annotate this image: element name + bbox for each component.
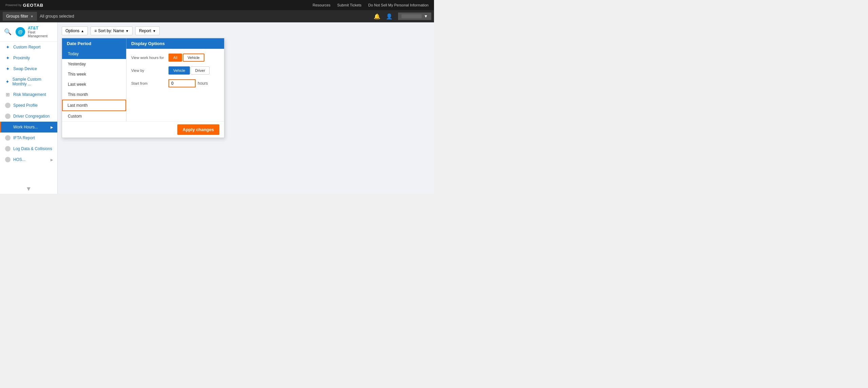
display-options-column: View work hours for All Vehicle View by …: [126, 49, 224, 121]
ifta-icon: [5, 135, 11, 141]
sidebar-item-label: Sample Custom Monthly ...: [12, 77, 53, 86]
date-item-this-week[interactable]: This week: [62, 69, 126, 79]
report-arrow-icon: ▼: [153, 29, 156, 33]
sidebar-item-risk-management[interactable]: ⊞ Risk Management: [0, 89, 57, 100]
options-arrow-icon: ▲: [81, 29, 84, 33]
sidebar: 🔍 @ AT&T Fleet Management ✦ Custom Repor…: [0, 22, 58, 194]
options-panel-footer: Apply changes: [62, 121, 224, 138]
work-hours-chevron-icon: ▶: [51, 125, 53, 129]
resources-link[interactable]: Resources: [313, 3, 331, 7]
sidebar-logo-text: AT&T Fleet Management: [28, 26, 53, 38]
date-period-header: Date Period: [62, 38, 126, 49]
driver-icon: [5, 114, 11, 119]
groups-bar: Groups filter ▼ All groups selected 🔔 👤 …: [0, 10, 434, 22]
view-work-hours-vehicle-btn[interactable]: Vehicle: [183, 54, 204, 62]
groups-filter-label: Groups filter: [6, 14, 28, 19]
sidebar-item-sample-custom[interactable]: ✦ Sample Custom Monthly ...: [0, 74, 57, 89]
bell-icon[interactable]: 🔔: [374, 13, 380, 20]
date-item-last-week[interactable]: Last week: [62, 79, 126, 89]
submit-tickets-link[interactable]: Submit Tickets: [337, 3, 362, 7]
sidebar-item-hos[interactable]: HOS... ▶: [0, 154, 57, 165]
all-groups-text: All groups selected: [40, 14, 74, 19]
date-item-today[interactable]: Today: [62, 49, 126, 59]
options-button[interactable]: Options ▲: [62, 26, 88, 35]
view-work-hours-label: View work hours for: [131, 56, 165, 60]
sort-button[interactable]: ≡ Sort by: Name ▼: [91, 26, 133, 35]
sidebar-item-driver-congregation[interactable]: Driver Congregation: [0, 111, 57, 122]
date-item-last-month[interactable]: Last month: [62, 100, 126, 111]
options-panel: Date Period Display Options Today Yester…: [62, 38, 224, 138]
view-work-hours-all-btn[interactable]: All: [169, 54, 182, 62]
speed-profile-icon: [5, 103, 11, 108]
sidebar-item-label: Swap Device: [13, 66, 37, 71]
toolbar: Options ▲ ≡ Sort by: Name ▼ Report ▼: [62, 26, 430, 35]
view-work-hours-btn-group: All Vehicle: [169, 54, 204, 62]
sidebar-item-label: Work Hours...: [13, 125, 38, 129]
sidebar-scroll-down[interactable]: ▼: [0, 184, 57, 194]
apply-changes-button[interactable]: Apply changes: [177, 124, 219, 135]
main-layout: 🔍 @ AT&T Fleet Management ✦ Custom Repor…: [0, 22, 434, 194]
start-from-input[interactable]: [169, 79, 196, 87]
work-hours-icon: [5, 124, 11, 130]
sidebar-items: ✦ Custom Report ✦ Proximity ✦ Swap Devic…: [0, 42, 57, 184]
sort-icon: ≡: [94, 28, 97, 33]
powered-by-geotab: Powered by GEOTAB: [5, 3, 43, 8]
search-icon[interactable]: 🔍: [4, 28, 12, 36]
groups-bar-right: 🔔 👤 ▼: [374, 13, 431, 20]
start-from-label: Start from: [131, 81, 165, 85]
sidebar-item-ifta-report[interactable]: IFTA Report: [0, 132, 57, 143]
content-area: Options ▲ ≡ Sort by: Name ▼ Report ▼ Dat…: [58, 22, 434, 194]
view-by-vehicle-btn[interactable]: Vehicle: [169, 66, 190, 75]
date-item-this-month[interactable]: This month: [62, 89, 126, 100]
sidebar-item-label: Speed Profile: [13, 103, 38, 108]
sidebar-item-custom-report[interactable]: ✦ Custom Report: [0, 42, 57, 53]
view-by-label: View by: [131, 68, 165, 73]
att-logo: @: [16, 27, 25, 37]
date-item-yesterday[interactable]: Yesterday: [62, 59, 126, 69]
att-brand-sub: Fleet Management: [28, 30, 53, 38]
top-nav: Powered by GEOTAB Resources Submit Ticke…: [0, 0, 434, 10]
do-not-sell-link[interactable]: Do Not Sell My Personal Information: [368, 3, 429, 7]
user-menu-chevron-icon: ▼: [424, 14, 428, 19]
sidebar-item-proximity[interactable]: ✦ Proximity: [0, 53, 57, 63]
swap-device-icon: ✦: [5, 66, 11, 72]
groups-filter-button[interactable]: Groups filter ▼: [3, 12, 37, 21]
proximity-icon: ✦: [5, 55, 11, 61]
sort-label: Sort by: Name: [98, 28, 124, 33]
report-button[interactable]: Report ▼: [135, 26, 160, 35]
puzzle-icon: ✦: [5, 44, 11, 50]
view-by-driver-btn[interactable]: Driver: [191, 66, 209, 75]
user-icon[interactable]: 👤: [386, 13, 393, 20]
sidebar-item-label: HOS...: [13, 157, 25, 162]
sidebar-item-label: Custom Report: [13, 45, 41, 49]
sidebar-item-label: Risk Management: [13, 92, 46, 97]
start-from-row: Start from hours: [131, 79, 219, 87]
user-name: [401, 14, 422, 18]
sidebar-item-log-data[interactable]: Log Data & Collisions: [0, 143, 57, 154]
report-label: Report: [139, 28, 151, 33]
sidebar-item-work-hours[interactable]: Work Hours... ▶: [0, 122, 57, 132]
display-options-header: Display Options: [126, 38, 224, 49]
hos-chevron-icon: ▶: [51, 158, 53, 162]
start-from-input-wrap: hours: [169, 79, 208, 87]
sidebar-item-swap-device[interactable]: ✦ Swap Device: [0, 63, 57, 74]
log-icon: [5, 146, 11, 151]
sidebar-item-speed-profile[interactable]: Speed Profile: [0, 100, 57, 111]
options-label: Options: [65, 28, 79, 33]
sidebar-item-label: Proximity: [13, 56, 30, 60]
att-brand-name: AT&T: [28, 26, 53, 30]
hours-label: hours: [198, 81, 208, 86]
sample-icon: ✦: [5, 79, 9, 84]
view-by-btn-group: Vehicle Driver: [169, 66, 210, 75]
hos-icon: [5, 157, 11, 162]
sort-arrow-icon: ▼: [125, 29, 129, 33]
risk-icon: ⊞: [5, 92, 11, 97]
date-item-custom[interactable]: Custom: [62, 111, 126, 121]
options-panel-header: Date Period Display Options: [62, 38, 224, 49]
user-menu[interactable]: ▼: [398, 13, 431, 20]
sidebar-header: 🔍 @ AT&T Fleet Management: [0, 22, 57, 42]
options-panel-body: Today Yesterday This week Last week This…: [62, 49, 224, 121]
sidebar-item-label: Driver Congregation: [13, 114, 50, 119]
groups-filter-chevron-icon: ▼: [30, 15, 34, 18]
view-work-hours-row: View work hours for All Vehicle: [131, 54, 219, 62]
